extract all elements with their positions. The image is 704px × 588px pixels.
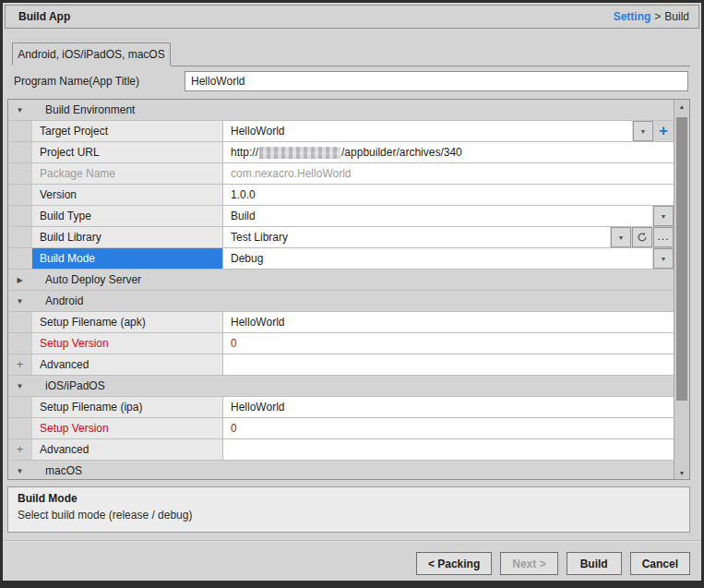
property-value-input[interactable]: com.nexacro.HelloWorld [223,163,674,184]
property-value-input[interactable]: 0 [223,333,674,354]
row-gutter [8,142,31,162]
description-text: Select build mode (release / debug) [18,509,680,522]
program-name-row: Program Name(App Title) [14,71,688,91]
program-name-input[interactable] [185,71,688,91]
refresh-icon[interactable] [632,227,652,247]
property-value-input[interactable]: Debug [223,248,652,269]
property-value-cell: http:///appbuilder/archives/340 [222,142,674,162]
row-gutter [8,248,31,269]
property-label-cell[interactable]: Package Name [31,163,222,184]
dropdown-arrow-icon[interactable]: ▼ [633,121,653,141]
section-row-macos[interactable]: ▼macOS [8,461,674,480]
property-label: Setup Version [40,422,109,435]
property-label-cell[interactable]: Advanced [31,439,222,460]
add-button[interactable]: + [653,121,674,141]
row-gutter [8,163,31,184]
property-label-cell[interactable]: Setup Version [31,333,222,354]
property-label: Setup Version [40,337,109,350]
collapse-down-icon[interactable]: ▼ [8,291,31,311]
dropdown-arrow-icon[interactable]: ▼ [653,206,674,226]
section-row-android[interactable]: ▼Android [8,291,674,312]
dropdown-arrow-icon[interactable]: ▼ [653,248,674,269]
property-row-version[interactable]: Version1.0.0 [8,185,674,206]
plus-icon: + [17,358,23,371]
property-row-setup-filename-ipa[interactable]: Setup Filename (ipa)HelloWorld [8,397,674,418]
property-grid: ▼Build EnvironmentTarget ProjectHelloWor… [7,99,690,480]
property-label-cell[interactable]: Target Project [31,121,222,141]
tab-label: Android, iOS/iPadOS, macOS [18,48,164,61]
next-button[interactable]: Next > [500,552,557,575]
row-gutter [8,227,31,247]
property-row-build-library[interactable]: Build LibraryTest Library▼... [8,227,674,248]
property-row-project-url[interactable]: Project URLhttp:///appbuilder/archives/3… [8,142,674,163]
property-value-cell: HelloWorld [222,397,674,417]
section-title: Build Environment [45,103,135,116]
property-row-advanced[interactable]: +Advanced [8,439,674,461]
property-row-advanced[interactable]: +Advanced [8,354,674,376]
property-value-input[interactable]: Build [223,206,652,226]
breadcrumb-setting-link[interactable]: Setting [614,10,651,23]
property-row-target-project[interactable]: Target ProjectHelloWorld▼+ [8,121,674,142]
property-label: Advanced [40,358,89,371]
property-value-input[interactable]: HelloWorld [223,121,632,141]
property-value-input[interactable]: http:///appbuilder/archives/340 [223,142,674,162]
property-row-setup-version[interactable]: Setup Version0 [8,333,674,354]
property-row-setup-version[interactable]: Setup Version0 [8,418,674,439]
property-label-cell[interactable]: Advanced [31,354,222,375]
section-label: iOS/iPadOS [31,376,674,396]
dropdown-arrow-icon[interactable]: ▼ [611,227,631,247]
collapse-right-icon[interactable]: ▶ [8,270,31,290]
property-label-cell[interactable]: Build Mode [31,248,222,269]
property-row-build-type[interactable]: Build TypeBuild▼ [8,206,674,227]
property-value-cell: HelloWorld [222,312,674,332]
section-label: Build Environment [31,100,674,120]
property-row-package-name[interactable]: Package Namecom.nexacro.HelloWorld [8,163,674,185]
vertical-scrollbar[interactable]: ▲ ▼ [674,100,689,479]
row-gutter [8,333,31,354]
property-value-input[interactable] [223,354,674,375]
property-value-input[interactable]: HelloWorld [223,312,674,332]
property-label: Build Library [40,231,101,244]
property-label: Setup Filename (apk) [40,316,146,329]
plus-icon: + [17,443,23,456]
property-value-input[interactable]: HelloWorld [223,397,674,417]
property-label-cell[interactable]: Setup Filename (ipa) [31,397,222,417]
property-label-cell[interactable]: Version [31,185,222,205]
footer-buttons: < Packing Next > Build Cancel [416,552,690,575]
property-value-input[interactable]: 1.0.0 [223,185,674,205]
tab-android-ios-macos[interactable]: Android, iOS/iPadOS, macOS [12,42,171,66]
property-label-cell[interactable]: Setup Filename (apk) [31,312,222,332]
property-label-cell[interactable]: Setup Version [31,418,222,438]
more-options-button[interactable]: ... [653,227,674,247]
section-row-build-environment[interactable]: ▼Build Environment [8,100,674,121]
collapse-down-icon[interactable]: ▼ [8,100,31,120]
property-label: Target Project [40,125,108,138]
row-gutter [8,185,31,205]
scroll-up-icon[interactable]: ▲ [674,100,689,113]
row-gutter [8,312,31,332]
expand-plus-icon[interactable]: + [8,354,31,375]
scrollbar-thumb[interactable] [676,117,687,401]
collapse-down-icon[interactable]: ▼ [8,376,31,396]
property-value-input[interactable] [223,439,674,460]
property-label-cell[interactable]: Project URL [31,142,222,162]
collapse-down-icon[interactable]: ▼ [8,461,31,480]
property-row-setup-filename-apk[interactable]: Setup Filename (apk)HelloWorld [8,312,674,333]
property-label-cell[interactable]: Build Type [31,206,222,226]
cancel-button[interactable]: Cancel [630,552,690,575]
build-button[interactable]: Build [567,552,622,575]
section-row-auto-deploy-server[interactable]: ▶Auto Deploy Server [8,270,674,291]
property-label-cell[interactable]: Build Library [31,227,222,247]
property-label: Build Mode [40,252,95,265]
scroll-down-icon[interactable]: ▼ [674,466,689,479]
expand-plus-icon[interactable]: + [8,439,31,460]
property-value-cell: Build▼ [222,206,674,226]
section-row-ios-ipados[interactable]: ▼iOS/iPadOS [8,376,674,397]
breadcrumb-separator: > [654,10,661,23]
packing-button[interactable]: < Packing [416,552,492,575]
property-value-input[interactable]: 0 [223,418,674,438]
property-value-input[interactable]: Test Library [223,227,610,247]
property-row-build-mode[interactable]: Build ModeDebug▼ [8,248,674,270]
row-gutter [8,397,31,417]
property-label: Setup Filename (ipa) [40,401,142,414]
